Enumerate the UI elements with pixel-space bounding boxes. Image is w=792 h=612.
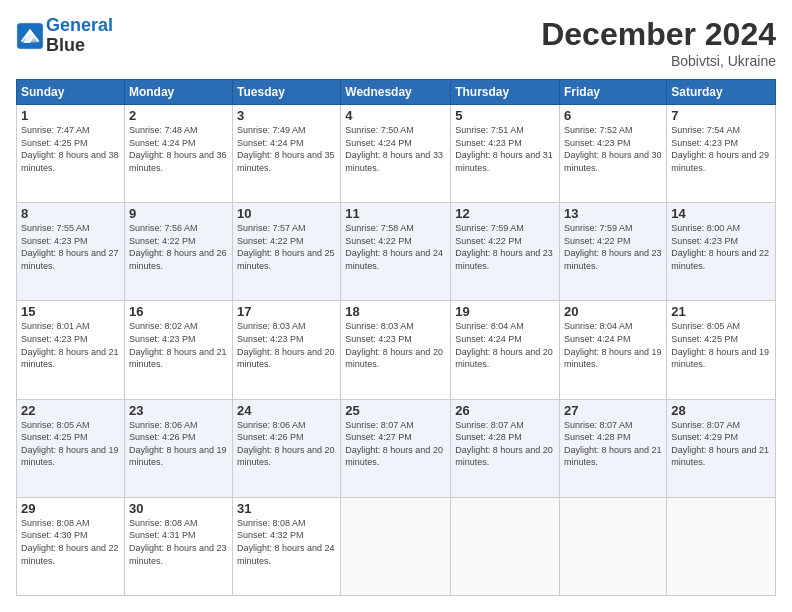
day-info: Sunrise: 7:49 AM Sunset: 4:24 PM Dayligh… (237, 124, 336, 174)
calendar-week-row: 1 Sunrise: 7:47 AM Sunset: 4:25 PM Dayli… (17, 105, 776, 203)
calendar-cell: 28 Sunrise: 8:07 AM Sunset: 4:29 PM Dayl… (667, 399, 776, 497)
day-number: 17 (237, 304, 336, 319)
day-info: Sunrise: 7:58 AM Sunset: 4:22 PM Dayligh… (345, 222, 446, 272)
day-header-friday: Friday (560, 80, 667, 105)
calendar-cell: 10 Sunrise: 7:57 AM Sunset: 4:22 PM Dayl… (233, 203, 341, 301)
day-info: Sunrise: 7:59 AM Sunset: 4:22 PM Dayligh… (564, 222, 662, 272)
day-info: Sunrise: 7:51 AM Sunset: 4:23 PM Dayligh… (455, 124, 555, 174)
day-number: 24 (237, 403, 336, 418)
day-header-sunday: Sunday (17, 80, 125, 105)
day-info: Sunrise: 7:59 AM Sunset: 4:22 PM Dayligh… (455, 222, 555, 272)
logo-name: General (46, 16, 113, 36)
calendar-table: SundayMondayTuesdayWednesdayThursdayFrid… (16, 79, 776, 596)
day-info: Sunrise: 8:04 AM Sunset: 4:24 PM Dayligh… (564, 320, 662, 370)
day-number: 11 (345, 206, 446, 221)
day-info: Sunrise: 8:08 AM Sunset: 4:30 PM Dayligh… (21, 517, 120, 567)
calendar-body: 1 Sunrise: 7:47 AM Sunset: 4:25 PM Dayli… (17, 105, 776, 596)
day-info: Sunrise: 8:07 AM Sunset: 4:28 PM Dayligh… (564, 419, 662, 469)
day-number: 9 (129, 206, 228, 221)
day-number: 2 (129, 108, 228, 123)
calendar-cell: 26 Sunrise: 8:07 AM Sunset: 4:28 PM Dayl… (451, 399, 560, 497)
day-info: Sunrise: 7:52 AM Sunset: 4:23 PM Dayligh… (564, 124, 662, 174)
day-info: Sunrise: 8:02 AM Sunset: 4:23 PM Dayligh… (129, 320, 228, 370)
day-info: Sunrise: 7:48 AM Sunset: 4:24 PM Dayligh… (129, 124, 228, 174)
calendar-cell: 5 Sunrise: 7:51 AM Sunset: 4:23 PM Dayli… (451, 105, 560, 203)
day-header-thursday: Thursday (451, 80, 560, 105)
calendar-cell: 25 Sunrise: 8:07 AM Sunset: 4:27 PM Dayl… (341, 399, 451, 497)
calendar-cell: 15 Sunrise: 8:01 AM Sunset: 4:23 PM Dayl… (17, 301, 125, 399)
calendar-week-row: 8 Sunrise: 7:55 AM Sunset: 4:23 PM Dayli… (17, 203, 776, 301)
calendar-cell: 9 Sunrise: 7:56 AM Sunset: 4:22 PM Dayli… (124, 203, 232, 301)
calendar-week-row: 22 Sunrise: 8:05 AM Sunset: 4:25 PM Dayl… (17, 399, 776, 497)
day-info: Sunrise: 8:08 AM Sunset: 4:32 PM Dayligh… (237, 517, 336, 567)
page-header: General Blue December 2024 Bobivtsi, Ukr… (16, 16, 776, 69)
calendar-header-row: SundayMondayTuesdayWednesdayThursdayFrid… (17, 80, 776, 105)
calendar-cell: 12 Sunrise: 7:59 AM Sunset: 4:22 PM Dayl… (451, 203, 560, 301)
day-number: 5 (455, 108, 555, 123)
day-number: 30 (129, 501, 228, 516)
day-info: Sunrise: 8:06 AM Sunset: 4:26 PM Dayligh… (129, 419, 228, 469)
calendar-cell: 8 Sunrise: 7:55 AM Sunset: 4:23 PM Dayli… (17, 203, 125, 301)
day-number: 16 (129, 304, 228, 319)
calendar-cell: 22 Sunrise: 8:05 AM Sunset: 4:25 PM Dayl… (17, 399, 125, 497)
day-info: Sunrise: 8:05 AM Sunset: 4:25 PM Dayligh… (671, 320, 771, 370)
day-number: 19 (455, 304, 555, 319)
calendar-cell (667, 497, 776, 595)
month-title: December 2024 (541, 16, 776, 53)
day-number: 7 (671, 108, 771, 123)
day-header-tuesday: Tuesday (233, 80, 341, 105)
calendar-cell: 29 Sunrise: 8:08 AM Sunset: 4:30 PM Dayl… (17, 497, 125, 595)
calendar-cell: 18 Sunrise: 8:03 AM Sunset: 4:23 PM Dayl… (341, 301, 451, 399)
day-info: Sunrise: 8:07 AM Sunset: 4:29 PM Dayligh… (671, 419, 771, 469)
day-number: 25 (345, 403, 446, 418)
calendar-cell: 13 Sunrise: 7:59 AM Sunset: 4:22 PM Dayl… (560, 203, 667, 301)
logo-icon (16, 22, 44, 50)
day-number: 10 (237, 206, 336, 221)
location: Bobivtsi, Ukraine (541, 53, 776, 69)
calendar-cell: 31 Sunrise: 8:08 AM Sunset: 4:32 PM Dayl… (233, 497, 341, 595)
day-info: Sunrise: 8:07 AM Sunset: 4:28 PM Dayligh… (455, 419, 555, 469)
calendar-cell: 23 Sunrise: 8:06 AM Sunset: 4:26 PM Dayl… (124, 399, 232, 497)
calendar-cell: 27 Sunrise: 8:07 AM Sunset: 4:28 PM Dayl… (560, 399, 667, 497)
calendar-cell: 30 Sunrise: 8:08 AM Sunset: 4:31 PM Dayl… (124, 497, 232, 595)
day-info: Sunrise: 7:47 AM Sunset: 4:25 PM Dayligh… (21, 124, 120, 174)
day-number: 31 (237, 501, 336, 516)
calendar-cell: 1 Sunrise: 7:47 AM Sunset: 4:25 PM Dayli… (17, 105, 125, 203)
day-header-saturday: Saturday (667, 80, 776, 105)
calendar-cell (560, 497, 667, 595)
day-info: Sunrise: 8:00 AM Sunset: 4:23 PM Dayligh… (671, 222, 771, 272)
day-number: 22 (21, 403, 120, 418)
day-number: 26 (455, 403, 555, 418)
calendar-cell: 16 Sunrise: 8:02 AM Sunset: 4:23 PM Dayl… (124, 301, 232, 399)
calendar-cell: 17 Sunrise: 8:03 AM Sunset: 4:23 PM Dayl… (233, 301, 341, 399)
calendar-cell: 20 Sunrise: 8:04 AM Sunset: 4:24 PM Dayl… (560, 301, 667, 399)
day-info: Sunrise: 8:03 AM Sunset: 4:23 PM Dayligh… (237, 320, 336, 370)
calendar-cell: 21 Sunrise: 8:05 AM Sunset: 4:25 PM Dayl… (667, 301, 776, 399)
day-number: 28 (671, 403, 771, 418)
day-number: 29 (21, 501, 120, 516)
day-number: 15 (21, 304, 120, 319)
day-info: Sunrise: 7:50 AM Sunset: 4:24 PM Dayligh… (345, 124, 446, 174)
day-number: 23 (129, 403, 228, 418)
day-number: 18 (345, 304, 446, 319)
day-info: Sunrise: 8:06 AM Sunset: 4:26 PM Dayligh… (237, 419, 336, 469)
calendar-cell: 19 Sunrise: 8:04 AM Sunset: 4:24 PM Dayl… (451, 301, 560, 399)
day-info: Sunrise: 8:07 AM Sunset: 4:27 PM Dayligh… (345, 419, 446, 469)
day-info: Sunrise: 8:01 AM Sunset: 4:23 PM Dayligh… (21, 320, 120, 370)
logo: General Blue (16, 16, 113, 56)
calendar-cell: 11 Sunrise: 7:58 AM Sunset: 4:22 PM Dayl… (341, 203, 451, 301)
calendar-cell: 2 Sunrise: 7:48 AM Sunset: 4:24 PM Dayli… (124, 105, 232, 203)
day-info: Sunrise: 8:05 AM Sunset: 4:25 PM Dayligh… (21, 419, 120, 469)
calendar-cell: 7 Sunrise: 7:54 AM Sunset: 4:23 PM Dayli… (667, 105, 776, 203)
day-info: Sunrise: 8:08 AM Sunset: 4:31 PM Dayligh… (129, 517, 228, 567)
day-info: Sunrise: 7:56 AM Sunset: 4:22 PM Dayligh… (129, 222, 228, 272)
day-info: Sunrise: 7:54 AM Sunset: 4:23 PM Dayligh… (671, 124, 771, 174)
calendar-cell (451, 497, 560, 595)
calendar-cell: 14 Sunrise: 8:00 AM Sunset: 4:23 PM Dayl… (667, 203, 776, 301)
day-number: 4 (345, 108, 446, 123)
day-info: Sunrise: 8:03 AM Sunset: 4:23 PM Dayligh… (345, 320, 446, 370)
day-number: 20 (564, 304, 662, 319)
day-number: 12 (455, 206, 555, 221)
day-info: Sunrise: 8:04 AM Sunset: 4:24 PM Dayligh… (455, 320, 555, 370)
day-header-wednesday: Wednesday (341, 80, 451, 105)
